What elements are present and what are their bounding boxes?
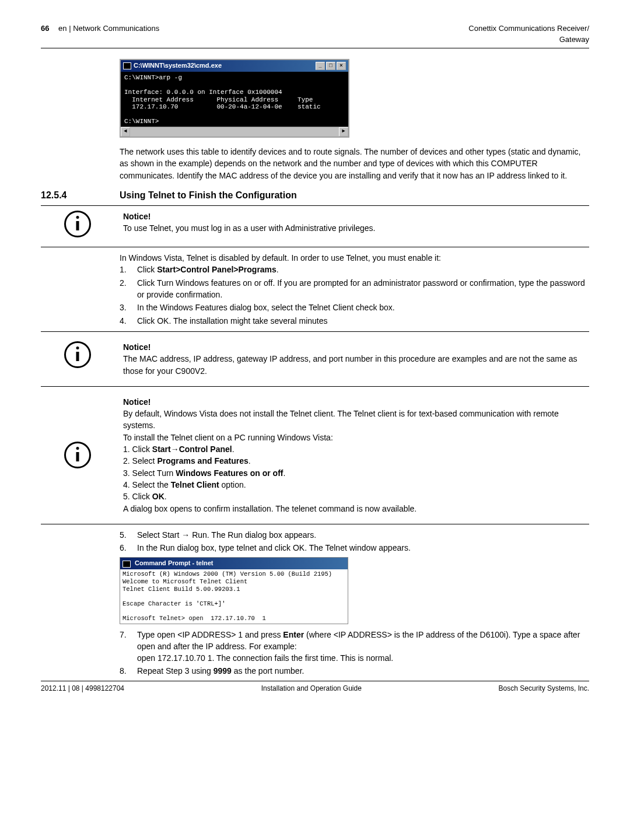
page-number: 66 [41,24,49,33]
notice-body: The MAC address, IP address, gateway IP … [123,353,589,377]
cmd-body: C:\WINNT>arp -g Interface: 0.0.0.0 on In… [121,72,348,127]
scroll-left-icon[interactable]: ◄ [121,127,130,136]
step-7: 7. Type open <IP ADDRESS> 1 and press En… [120,629,589,677]
section-title: Using Telnet to Finish the Configuration [120,188,297,202]
page-footer: 2012.11 | 08 | 4998122704 Installation a… [41,681,589,694]
cmd-scrollbar[interactable]: ◄ ► [121,127,348,136]
telnet-body: Microsoft (R) Windows 2000 (TM) Version … [120,569,348,623]
notice-title: Notice! [123,341,589,353]
header-left: 66 en | Network Communications [41,23,159,34]
maximize-icon[interactable]: □ [326,62,335,70]
notice-2: Notice! The MAC address, IP address, gat… [41,337,589,382]
vista-intro: In Windows Vista, Telnet is disabled by … [120,252,589,264]
info-icon [64,341,91,368]
telnet-window: Command Prompt - telnet Microsoft (R) Wi… [120,557,348,624]
notice-title: Notice! [123,396,589,408]
notice-3: Notice! By default, Windows Vista does n… [41,391,589,519]
header-right: Conettix Communications Receiver/ Gatewa… [468,23,589,46]
cmd-window: C:\WINNT\system32\cmd.exe _ □ × C:\WINNT… [120,59,349,138]
footer-right: Bosch Security Systems, Inc. [499,684,589,694]
cmd-titlebar: C:\WINNT\system32\cmd.exe _ □ × [121,60,348,72]
vista-steps: 1.Click Start>Control Panel>Programs. 2.… [120,264,589,326]
section-heading: 12.5.4 Using Telnet to Finish the Config… [41,188,589,206]
cmd-icon [123,62,131,69]
close-icon[interactable]: × [337,62,346,70]
divider [41,247,589,247]
info-icon [64,442,91,468]
intro-paragraph: The network uses this table to identify … [120,146,589,181]
notice-title: Notice! [123,211,589,222]
cmd-icon [123,561,131,568]
divider [41,386,589,387]
footer-left: 2012.11 | 08 | 4998122704 [41,684,124,694]
footer-center: Installation and Operation Guide [261,684,362,694]
minimize-icon[interactable]: _ [316,62,325,70]
breadcrumb: en | Network Communications [58,24,159,33]
scroll-right-icon[interactable]: ► [339,127,348,136]
telnet-titlebar: Command Prompt - telnet [120,558,348,569]
section-number: 12.5.4 [41,188,120,202]
page-header: 66 en | Network Communications Conettix … [41,23,589,48]
divider [41,331,589,332]
info-icon [64,211,91,237]
notice-1: Notice! To use Telnet, you must log in a… [41,206,589,242]
divider [41,524,589,524]
notice-body: To use Telnet, you must log in as a user… [123,222,589,234]
steps-after: 5.Select Start → Run. The Run dialog box… [120,529,589,554]
